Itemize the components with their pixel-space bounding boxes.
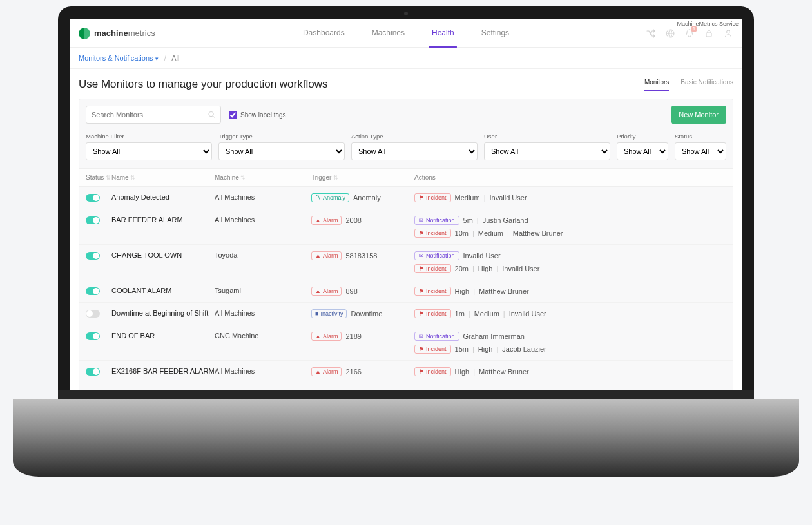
action-field: 15m: [455, 345, 469, 353]
notification-pill: ✉Notification: [414, 216, 459, 225]
alarm-icon: ▲: [315, 253, 321, 259]
notification-icon: ✉: [419, 217, 424, 224]
svg-rect-1: [706, 33, 711, 37]
divider: |: [472, 265, 474, 272]
col-name[interactable]: Name: [111, 174, 215, 181]
filter-machine-select[interactable]: Show All: [86, 142, 212, 160]
monitor-name[interactable]: EX2166F BAR FEEDER ALARM: [111, 367, 215, 375]
brand-logo-icon: [79, 28, 90, 39]
divider: |: [473, 287, 475, 295]
show-label-tags-checkbox[interactable]: Show label tags: [229, 111, 286, 119]
action-field: Medium: [455, 194, 480, 202]
status-toggle[interactable]: [86, 368, 100, 376]
nav-item-machines[interactable]: Machines: [369, 19, 407, 48]
divider: |: [496, 345, 498, 353]
brand-logo[interactable]: machinemetrics: [79, 28, 155, 39]
col-trigger[interactable]: Trigger: [311, 174, 414, 181]
filter-status-select[interactable]: Show All: [675, 142, 726, 160]
action-field: Medium: [478, 229, 503, 237]
tab-basic-notifications[interactable]: Basic Notifications: [681, 79, 733, 91]
action-field: High: [478, 265, 493, 272]
status-toggle[interactable]: [86, 332, 100, 340]
incident-icon: ⚑: [419, 288, 424, 294]
globe-icon[interactable]: [665, 28, 675, 39]
filter-priority-select[interactable]: Show All: [617, 142, 668, 160]
action-line: ⚑IncidentMedium|Invalid User: [414, 193, 726, 202]
alarm-chip: ▲Alarm: [311, 216, 342, 225]
brand-light: metrics: [128, 28, 155, 38]
action-field: High: [455, 368, 470, 376]
action-field: High: [478, 345, 493, 353]
search-input[interactable]: [86, 106, 221, 124]
lock-icon[interactable]: [704, 28, 714, 39]
action-field: 5m: [463, 216, 473, 224]
divider: |: [472, 229, 474, 237]
incident-icon: ⚑: [419, 265, 424, 272]
show-label-tags-input[interactable]: [229, 111, 237, 119]
alarm-chip: ▲Alarm: [311, 251, 342, 260]
action-line: ⚑IncidentHigh|Matthew Bruner: [414, 367, 726, 376]
status-toggle[interactable]: [86, 216, 100, 224]
alarm-icon: ▲: [315, 288, 321, 294]
table-row: END OF BARCNC Machine▲Alarm2189✉Notifica…: [79, 325, 733, 361]
monitor-actions: ⚑Incident1m|Medium|Invalid User: [414, 309, 726, 318]
filter-priority-label: Priority: [617, 133, 668, 140]
action-field: Invalid User: [490, 194, 527, 202]
action-field: Matthew Bruner: [479, 368, 529, 376]
alarm-chip: ▲Alarm: [311, 332, 342, 341]
nav-item-dashboards[interactable]: Dashboards: [300, 19, 347, 48]
notifications-icon[interactable]: 1: [684, 28, 695, 39]
table-row: COOLANT ALARMTsugami▲Alarm898⚑IncidentHi…: [79, 280, 733, 303]
user-icon[interactable]: [723, 28, 733, 39]
breadcrumb-link[interactable]: Monitors & Notifications: [79, 54, 153, 62]
page-tabs: MonitorsBasic Notifications: [644, 79, 733, 91]
status-toggle[interactable]: [86, 287, 100, 295]
status-toggle[interactable]: [86, 310, 100, 318]
nav-item-health[interactable]: Health: [429, 19, 457, 48]
monitor-name[interactable]: Anomaly Detected: [111, 193, 215, 201]
monitor-trigger: 〽AnomalyAnomaly: [311, 193, 414, 202]
page-title: Use Monitors to manage your production w…: [79, 78, 327, 91]
monitor-name[interactable]: BAR FEEDER ALARM: [111, 216, 215, 224]
tab-monitors[interactable]: Monitors: [644, 79, 669, 91]
filter-trigger-select[interactable]: Show All: [218, 142, 345, 160]
trigger-value: 898: [345, 287, 357, 295]
filter-user-select[interactable]: Show All: [484, 142, 610, 160]
action-line: ⚑Incident15m|High|Jacob Lauzier: [414, 345, 726, 354]
action-field: 10m: [455, 229, 469, 237]
col-status[interactable]: Status: [86, 174, 111, 181]
status-toggle[interactable]: [86, 252, 100, 260]
action-field: High: [455, 287, 470, 295]
new-monitor-button[interactable]: New Monitor: [671, 106, 726, 124]
action-line: ⚑Incident10m|Medium|Matthew Bruner: [414, 229, 726, 238]
incident-pill: ⚑Incident: [414, 367, 451, 376]
col-actions: Actions: [414, 174, 726, 181]
incident-pill: ⚑Incident: [414, 309, 451, 318]
status-toggle[interactable]: [86, 194, 100, 202]
divider: |: [484, 194, 486, 202]
breadcrumb-current: All: [171, 54, 179, 62]
action-field: 20m: [455, 265, 469, 272]
table-row: CHANGE TOOL OWNToyoda▲Alarm58183158✉Noti…: [79, 245, 733, 280]
shuffle-icon[interactable]: [646, 28, 656, 39]
monitor-name[interactable]: Downtime at Beginning of Shift: [111, 309, 215, 317]
incident-icon: ⚑: [419, 368, 424, 375]
monitor-actions: ✉Notification5m|Justin Garland⚑Incident1…: [414, 216, 726, 238]
monitor-name[interactable]: COOLANT ALARM: [111, 287, 215, 294]
incident-icon: ⚑: [419, 346, 424, 352]
monitor-trigger: ▲Alarm2189: [311, 332, 414, 341]
monitor-name[interactable]: CHANGE TOOL OWN: [111, 251, 215, 259]
filter-trigger-label: Trigger Type: [218, 133, 345, 140]
monitor-name[interactable]: END OF BAR: [111, 332, 215, 339]
action-field: Justin Garland: [483, 216, 528, 224]
nav-item-settings[interactable]: Settings: [479, 19, 512, 48]
table-row: EX2166F BAR FEEDER ALARMAll Machines▲Ala…: [79, 361, 733, 383]
trigger-value: 58183158: [345, 252, 377, 260]
monitor-actions: ⚑IncidentHigh|Matthew Bruner: [414, 287, 726, 296]
col-machine[interactable]: Machine: [215, 174, 311, 181]
trigger-value: 2166: [345, 368, 361, 376]
alarm-chip: ▲Alarm: [311, 287, 342, 296]
incident-pill: ⚑Incident: [414, 229, 451, 238]
top-nav: machinemetrics DashboardsMachinesHealthS…: [70, 19, 742, 48]
filter-action-select[interactable]: Show All: [351, 142, 478, 160]
